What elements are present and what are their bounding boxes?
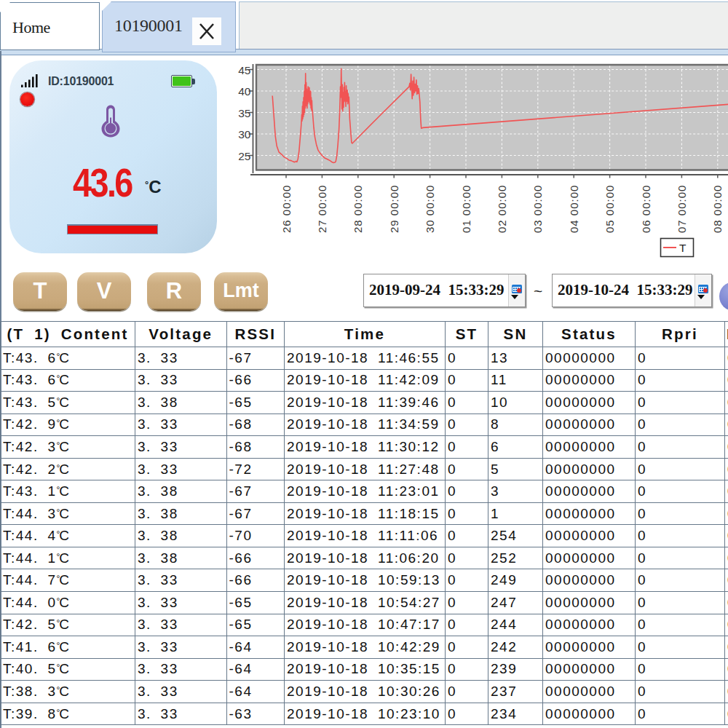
svg-text:02 00:00: 02 00:00	[496, 185, 508, 233]
svg-text:27 00:00: 27 00:00	[316, 185, 328, 233]
svg-text:05 00:00: 05 00:00	[604, 185, 616, 233]
svg-text:30: 30	[238, 128, 251, 141]
svg-text:30 00:00: 30 00:00	[424, 185, 436, 233]
svg-text:25: 25	[238, 150, 250, 162]
svg-text:07 00:00: 07 00:00	[676, 185, 688, 233]
svg-text:45: 45	[238, 64, 250, 76]
svg-text:29 00:00: 29 00:00	[388, 185, 400, 233]
svg-text:04 00:00: 04 00:00	[568, 185, 580, 233]
svg-text:28 00:00: 28 00:00	[352, 185, 364, 233]
svg-text:03 00:00: 03 00:00	[531, 185, 544, 233]
svg-text:40: 40	[238, 85, 251, 98]
svg-text:26 00:00: 26 00:00	[280, 185, 293, 233]
svg-text:08 00:00: 08 00:00	[711, 185, 724, 233]
svg-text:35: 35	[238, 107, 250, 119]
svg-text:T: T	[679, 242, 687, 254]
svg-text:01 00:00: 01 00:00	[460, 185, 472, 233]
svg-text:06 00:00: 06 00:00	[640, 185, 652, 233]
